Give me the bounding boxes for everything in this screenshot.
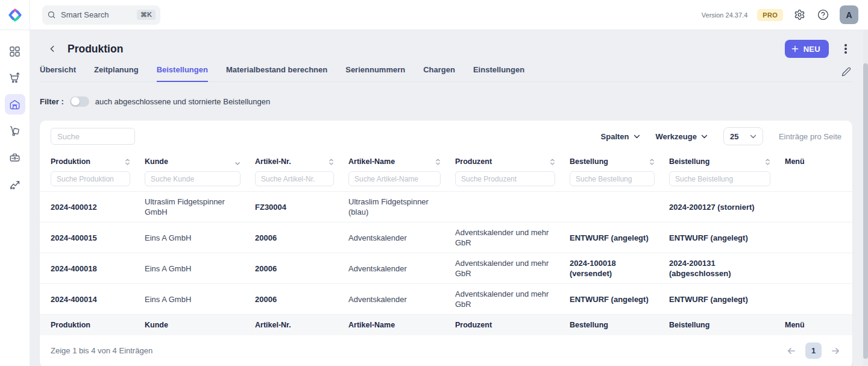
main-content: Produktion NEU ÜbersichtZeitplanungBeist… bbox=[30, 30, 868, 366]
page-menu-button[interactable] bbox=[839, 41, 852, 57]
new-button[interactable]: NEU bbox=[785, 40, 829, 58]
settings-button[interactable] bbox=[793, 8, 807, 22]
table-filter-row bbox=[40, 171, 852, 192]
footer-column-label-produzent: Produzent bbox=[455, 321, 570, 329]
column-search-beistellung[interactable] bbox=[669, 171, 770, 186]
cell-beistellung: ENTWURF (angelegt) bbox=[669, 228, 785, 248]
cell-menu bbox=[785, 202, 841, 212]
version-label: Version 24.37.4 bbox=[702, 11, 747, 19]
tab-beistellungen[interactable]: Beistellungen bbox=[157, 65, 208, 82]
cell-beistellung: ENTWURF (angelegt) bbox=[669, 289, 785, 309]
smart-search-input[interactable]: Smart Search ⌘K bbox=[42, 5, 160, 25]
settings-gear-icon bbox=[794, 9, 805, 21]
cell-produzent: Adventskalender und mehr GbR bbox=[455, 253, 570, 283]
arrow-right-icon bbox=[831, 346, 840, 356]
column-header-artikel-name[interactable]: Artikel-Name bbox=[348, 157, 455, 166]
table-search-input[interactable] bbox=[51, 128, 135, 145]
sort-both-icon bbox=[125, 158, 130, 166]
cell-artikel-nr: 20006 bbox=[255, 228, 348, 248]
table-header-row: ProduktionKundeArtikel-Nr.Artikel-NamePr… bbox=[40, 152, 852, 171]
pagination: 1 bbox=[785, 342, 841, 359]
cell-artikel-nr: FZ30004 bbox=[255, 197, 348, 217]
cell-produktion: 2024-400012 bbox=[51, 197, 145, 217]
scrollbar-thumb[interactable] bbox=[863, 63, 868, 359]
cart-up-icon bbox=[8, 72, 21, 84]
column-header-produktion[interactable]: Produktion bbox=[51, 157, 145, 166]
chevron-left-icon bbox=[48, 44, 57, 54]
tools-dropdown-button[interactable]: Werkzeuge bbox=[656, 132, 708, 141]
table-row[interactable]: 2024-400014Eins A GmbH20006Adventskalend… bbox=[40, 284, 852, 315]
sidebar-item-sales[interactable] bbox=[5, 121, 25, 141]
cell-beistellung: 2024-200131 (abgeschlossen) bbox=[669, 253, 785, 283]
column-header-beistellung[interactable]: Beistellung bbox=[669, 157, 785, 166]
columns-dropdown-button[interactable]: Spalten bbox=[601, 132, 640, 141]
tab-zeitplanung[interactable]: Zeitplanung bbox=[94, 65, 139, 82]
column-header-kunde[interactable]: Kunde bbox=[145, 157, 255, 166]
column-search-bestellung[interactable] bbox=[570, 171, 655, 186]
sort-desc-icon bbox=[234, 162, 241, 166]
help-icon bbox=[817, 9, 829, 21]
column-search-produktion[interactable] bbox=[51, 171, 130, 186]
page-size-value: 25 bbox=[730, 132, 738, 141]
plus-icon bbox=[791, 45, 799, 53]
sidebar-item-statistics[interactable] bbox=[5, 174, 25, 194]
new-button-label: NEU bbox=[804, 45, 820, 54]
cell-bestellung bbox=[570, 202, 669, 212]
column-search-produzent[interactable] bbox=[455, 171, 555, 186]
current-page-button[interactable]: 1 bbox=[805, 342, 822, 359]
column-header-bestellung[interactable]: Bestellung bbox=[570, 157, 669, 166]
cell-produzent: Adventskalender und mehr GbR bbox=[455, 284, 570, 314]
cell-kunde: Eins A GmbH bbox=[145, 289, 255, 309]
column-label: Artikel-Nr. bbox=[255, 157, 291, 166]
cell-artikel-name: Ultraslim Fidgetspinner (blau) bbox=[348, 192, 455, 222]
edit-pencil-icon bbox=[841, 67, 851, 77]
table-row[interactable]: 2024-400018Eins A GmbH20006Adventskalend… bbox=[40, 253, 852, 284]
table-row[interactable]: 2024-400012Ultraslim Fidgetspinner GmbHF… bbox=[40, 192, 852, 222]
cell-artikel-nr: 20006 bbox=[255, 289, 348, 309]
tab-bersicht[interactable]: Übersicht bbox=[40, 65, 76, 82]
columns-dropdown-label: Spalten bbox=[601, 132, 629, 141]
column-label: Menü bbox=[785, 157, 805, 166]
cell-bestellung: 2024-100018 (versendet) bbox=[570, 253, 669, 283]
column-header-produzent[interactable]: Produzent bbox=[455, 157, 570, 166]
sort-both-icon bbox=[550, 158, 555, 166]
table-toolbar: Spalten Werkzeuge 25 Einträge pro Seite bbox=[40, 121, 852, 152]
filter-toggle[interactable] bbox=[70, 96, 89, 107]
edit-layout-button[interactable] bbox=[840, 66, 852, 78]
column-search-kunde[interactable] bbox=[145, 171, 241, 186]
footer-column-label-produktion: Produktion bbox=[51, 321, 145, 329]
back-button[interactable] bbox=[45, 41, 60, 57]
sidebar-item-pos[interactable] bbox=[5, 147, 25, 168]
sidebar-item-purchase[interactable] bbox=[5, 68, 25, 88]
chevron-down-icon bbox=[750, 134, 756, 139]
keyboard-shortcut-badge: ⌘K bbox=[137, 10, 156, 20]
cell-produzent: Adventskalender und mehr GbR bbox=[455, 222, 570, 253]
sidebar-item-dashboard[interactable] bbox=[5, 41, 25, 62]
help-button[interactable] bbox=[816, 8, 830, 22]
table-row[interactable]: 2024-400015Eins A GmbH20006Adventskalend… bbox=[40, 222, 852, 253]
entries-summary: Zeige 1 bis 4 von 4 Einträgen bbox=[51, 346, 153, 355]
tabs: ÜbersichtZeitplanungBeistellungenMateria… bbox=[40, 65, 852, 82]
tab-chargen[interactable]: Chargen bbox=[423, 65, 455, 82]
user-avatar[interactable]: A bbox=[840, 5, 858, 24]
column-header-men: Menü bbox=[785, 157, 841, 166]
tab-einstellungen[interactable]: Einstellungen bbox=[473, 65, 524, 82]
tab-materialbestand-berechnen[interactable]: Materialbestand berechnen bbox=[226, 65, 327, 82]
previous-page-button[interactable] bbox=[785, 345, 797, 357]
app-logo[interactable] bbox=[0, 0, 30, 30]
cell-kunde: Eins A GmbH bbox=[145, 228, 255, 248]
toggle-knob bbox=[71, 97, 80, 106]
column-search-artikel-nr[interactable] bbox=[255, 171, 334, 186]
column-label: Artikel-Name bbox=[348, 157, 395, 166]
next-page-button[interactable] bbox=[829, 345, 841, 357]
column-label: Bestellung bbox=[570, 157, 608, 166]
tab-seriennummern[interactable]: Seriennummern bbox=[345, 65, 405, 82]
column-search-artikel-name[interactable] bbox=[348, 171, 441, 186]
sidebar-item-production[interactable] bbox=[5, 94, 25, 115]
tools-dropdown-label: Werkzeuge bbox=[656, 132, 697, 141]
page-size-select[interactable]: 25 bbox=[723, 127, 763, 145]
column-header-artikel-nr[interactable]: Artikel-Nr. bbox=[255, 157, 348, 166]
cell-produktion: 2024-400018 bbox=[51, 259, 145, 279]
column-label: Produktion bbox=[51, 157, 90, 166]
page-scrollbar[interactable] bbox=[863, 30, 868, 366]
